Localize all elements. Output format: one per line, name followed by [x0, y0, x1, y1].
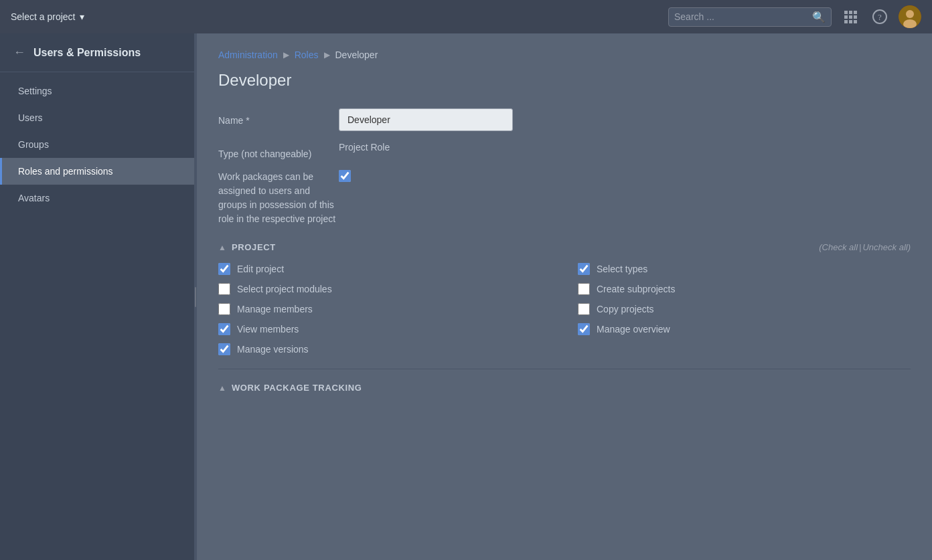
check-all-sep: | — [859, 242, 861, 252]
perm-create-subprojects: Create subprojects — [578, 283, 911, 295]
name-label: Name — [218, 108, 339, 126]
svg-text:?: ? — [878, 12, 882, 22]
name-input[interactable] — [339, 108, 513, 131]
work-package-section-header: ▲ WORK PACKAGE TRACKING — [218, 383, 911, 393]
sidebar-nav: Settings Users Groups Roles and permissi… — [0, 72, 194, 217]
work-packages-row: Work packages can be assigned to users a… — [218, 170, 911, 226]
main-content: Administration ▶ Roles ▶ Developer Devel… — [197, 33, 932, 560]
svg-rect-6 — [844, 20, 848, 23]
work-packages-checkbox[interactable] — [339, 170, 351, 182]
page-title: Developer — [218, 71, 911, 90]
breadcrumb-current: Developer — [335, 50, 378, 60]
perm-edit-project-checkbox[interactable] — [218, 263, 230, 275]
perm-view-members-checkbox[interactable] — [218, 323, 230, 335]
perm-copy-projects: Copy projects — [578, 303, 911, 315]
apps-icon[interactable] — [840, 6, 861, 27]
svg-rect-0 — [844, 11, 848, 14]
sidebar-item-groups[interactable]: Groups — [0, 131, 194, 158]
work-package-title-row: ▲ WORK PACKAGE TRACKING — [218, 383, 362, 393]
perm-edit-project-label: Edit project — [237, 264, 284, 274]
perm-copy-projects-checkbox[interactable] — [578, 303, 590, 315]
svg-point-12 — [906, 10, 914, 18]
type-row: Type (not changeable) Project Role — [218, 142, 911, 159]
name-row: Name — [218, 108, 911, 131]
project-section-title: PROJECT — [232, 242, 276, 252]
help-icon[interactable]: ? — [869, 6, 890, 27]
perm-manage-members-label: Manage members — [237, 304, 313, 314]
perm-manage-overview-label: Manage overview — [597, 324, 670, 335]
work-packages-label: Work packages can be assigned to users a… — [218, 170, 339, 226]
work-packages-checkbox-col — [339, 170, 351, 184]
name-field — [339, 108, 911, 131]
project-selector[interactable]: Select a project ▾ — [11, 11, 84, 22]
svg-rect-4 — [849, 15, 852, 19]
avatar[interactable] — [899, 5, 921, 28]
search-icon[interactable]: 🔍 — [812, 11, 826, 23]
breadcrumb-administration[interactable]: Administration — [218, 50, 278, 60]
section-title-row: ▲ PROJECT — [218, 242, 276, 252]
uncheck-all-link[interactable]: Uncheck all) — [862, 242, 911, 252]
perm-select-types-checkbox[interactable] — [578, 263, 590, 275]
layout: ← Users & Permissions Settings Users Gro… — [0, 33, 932, 560]
svg-rect-3 — [844, 15, 848, 19]
section-collapse-icon[interactable]: ▲ — [218, 243, 226, 252]
svg-rect-1 — [849, 11, 852, 14]
search-box: 🔍 — [668, 7, 832, 27]
perm-edit-project: Edit project — [218, 263, 551, 275]
breadcrumb-sep-1: ▶ — [283, 50, 289, 60]
check-all-links: (Check all | Uncheck all) — [819, 242, 911, 252]
svg-rect-7 — [849, 20, 852, 23]
form-section: Name Type (not changeable) Project Role … — [218, 108, 911, 226]
perm-copy-projects-label: Copy projects — [597, 304, 654, 314]
sidebar-title: Users & Permissions — [33, 47, 141, 59]
sidebar: ← Users & Permissions Settings Users Gro… — [0, 33, 194, 560]
perm-manage-overview-checkbox[interactable] — [578, 323, 590, 335]
sidebar-resize-handle[interactable] — [194, 33, 197, 560]
back-button[interactable]: ← — [13, 45, 25, 60]
perm-select-types-label: Select types — [597, 264, 647, 274]
topbar-right: 🔍 ? — [668, 5, 921, 28]
chevron-down-icon: ▾ — [80, 11, 84, 22]
check-all-link[interactable]: (Check all — [819, 242, 858, 252]
breadcrumb-sep-2: ▶ — [324, 50, 330, 60]
perm-view-members: View members — [218, 323, 551, 335]
type-value: Project Role — [339, 135, 390, 153]
topbar-left: Select a project ▾ — [11, 11, 84, 22]
sidebar-item-roles-and-permissions[interactable]: Roles and permissions — [0, 158, 194, 185]
work-package-collapse-icon[interactable]: ▲ — [218, 383, 226, 393]
perm-select-project-modules-label: Select project modules — [237, 284, 332, 294]
svg-rect-2 — [854, 11, 857, 14]
type-field: Project Role — [339, 142, 911, 153]
sidebar-item-users[interactable]: Users — [0, 104, 194, 131]
svg-rect-8 — [854, 20, 857, 23]
sidebar-header: ← Users & Permissions — [0, 33, 194, 72]
perm-select-project-modules: Select project modules — [218, 283, 551, 295]
breadcrumb-roles[interactable]: Roles — [295, 50, 319, 60]
perm-manage-overview: Manage overview — [578, 323, 911, 335]
sidebar-item-avatars[interactable]: Avatars — [0, 185, 194, 211]
perm-manage-members-checkbox[interactable] — [218, 303, 230, 315]
perm-view-members-label: View members — [237, 324, 299, 335]
perm-manage-versions: Manage versions — [218, 343, 551, 355]
svg-rect-5 — [854, 15, 857, 19]
permissions-section: ▲ PROJECT (Check all | Uncheck all) Edit… — [218, 242, 911, 393]
sidebar-item-settings[interactable]: Settings — [0, 78, 194, 104]
topbar: Select a project ▾ 🔍 ? — [0, 0, 932, 33]
section-separator — [218, 369, 911, 369]
permissions-grid: Edit project Select types Select project… — [218, 263, 911, 355]
project-section-header: ▲ PROJECT (Check all | Uncheck all) — [218, 242, 911, 252]
breadcrumb: Administration ▶ Roles ▶ Developer — [218, 50, 911, 60]
project-selector-label: Select a project — [11, 11, 76, 22]
perm-create-subprojects-label: Create subprojects — [597, 284, 676, 294]
perm-manage-members: Manage members — [218, 303, 551, 315]
search-input[interactable] — [674, 11, 808, 22]
perm-manage-versions-checkbox[interactable] — [218, 343, 230, 355]
perm-select-project-modules-checkbox[interactable] — [218, 283, 230, 295]
perm-manage-versions-label: Manage versions — [237, 344, 309, 355]
type-label: Type (not changeable) — [218, 142, 339, 159]
work-package-section-title: WORK PACKAGE TRACKING — [232, 383, 362, 393]
perm-create-subprojects-checkbox[interactable] — [578, 283, 590, 295]
perm-empty-5r — [578, 343, 911, 355]
perm-select-types: Select types — [578, 263, 911, 275]
